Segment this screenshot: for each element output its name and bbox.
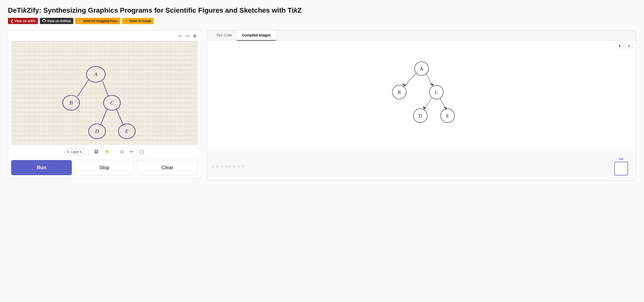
svg-text:E: E (446, 114, 449, 118)
svg-text:B: B (398, 90, 401, 95)
thumb-box[interactable] (614, 162, 628, 176)
thumb-label: 1st (614, 157, 628, 161)
download-icon: ⬇ (618, 44, 621, 48)
pen-button[interactable]: ✏ (129, 149, 134, 155)
image-import-button[interactable]: 🖼 (93, 149, 100, 155)
pres-btn-1[interactable]: ⊡ (211, 164, 214, 168)
layer-selector[interactable]: ⧉ Layer 1 (64, 148, 85, 155)
run-button[interactable]: Run (11, 160, 72, 175)
svg-text:C: C (110, 100, 114, 106)
sketch-canvas[interactable]: A B C D E (11, 41, 198, 145)
undo-button[interactable]: ↩ (178, 33, 183, 39)
svg-text:E: E (125, 128, 128, 134)
divider2 (115, 150, 115, 154)
svg-line-15 (116, 109, 123, 124)
svg-text:D: D (419, 114, 422, 118)
arxiv-icon: ❮ (10, 19, 14, 23)
right-panel: TikZ Code Compiled Images ⬇ ✕ (207, 30, 636, 180)
divider (89, 150, 89, 154)
sketch-svg: A B C D E (11, 41, 198, 145)
colab-badge[interactable]: Open in Colab (122, 18, 154, 24)
svg-marker-29 (430, 83, 434, 86)
compiled-tree-svg: A B C D E (382, 56, 461, 133)
close-icon: ✕ (628, 44, 630, 48)
canvas-toolbar: ↩ ↪ 🗑 (11, 33, 198, 39)
pres-btn-7[interactable]: ↻ (242, 164, 245, 168)
image-toolbar: ⬇ ✕ (207, 41, 636, 51)
compiled-svg-area: A B C D E (207, 51, 636, 146)
colab-icon (124, 19, 128, 23)
close-image-button[interactable]: ✕ (626, 42, 633, 49)
eraser-button[interactable]: ◯ (138, 149, 146, 155)
pres-btn-5[interactable]: ⊕ (233, 164, 236, 168)
action-buttons: Run Stop Clear (11, 160, 198, 175)
tabs-header: TikZ Code Compiled Images (207, 30, 636, 41)
github-label: View on GitHub (47, 19, 71, 23)
delete-button[interactable]: 🗑 (192, 33, 198, 39)
github-badge[interactable]: View on GitHub (40, 18, 73, 24)
svg-line-26 (404, 73, 416, 86)
clear-button[interactable]: Clear (137, 160, 198, 175)
thumbnail-item[interactable]: 1st (614, 157, 628, 176)
svg-line-14 (101, 109, 107, 124)
arxiv-label: View on arXiv (14, 19, 36, 23)
svg-text:A: A (420, 66, 423, 71)
badge-bar: ❮ View on arXiv View on GitHub 🤗 View on… (8, 18, 636, 24)
compiled-images-content: ⬇ ✕ A B (207, 41, 636, 180)
hugging-icon: 🤗 (78, 19, 82, 23)
svg-line-12 (77, 80, 88, 96)
download-image-button[interactable]: ⬇ (616, 42, 624, 49)
svg-text:B: B (69, 100, 72, 106)
page-title: DeTikZify: Synthesizing Graphics Program… (8, 6, 636, 15)
layers-icon: ⧉ (67, 150, 69, 154)
stop-button[interactable]: Stop (74, 160, 135, 175)
hugging-badge[interactable]: 🤗 View on Hugging Face (75, 18, 120, 24)
tab-tikz[interactable]: TikZ Code (211, 30, 237, 41)
pres-btn-3[interactable]: ⊳ (221, 164, 224, 168)
hugging-label: View on Hugging Face (83, 19, 118, 23)
redo-button[interactable]: ↪ (185, 33, 190, 39)
github-icon (42, 19, 46, 23)
colab-label: Open in Colab (129, 19, 151, 23)
main-layout: ↩ ↪ 🗑 A B C D E (8, 30, 636, 180)
pres-btn-2[interactable]: ⊙ (216, 164, 219, 168)
left-panel: ↩ ↪ 🗑 A B C D E (8, 30, 201, 178)
presentation-area: ⊡ ⊙ ⊳ ⊳⊳ ⊕ ↺ ↻ 1st (207, 152, 636, 180)
svg-marker-31 (423, 106, 426, 110)
bottom-toolbar: ⧉ Layer 1 🖼 📁 ⊡ ✏ ◯ (11, 148, 198, 156)
arxiv-badge[interactable]: ❮ View on arXiv (8, 18, 38, 24)
svg-line-13 (102, 81, 108, 96)
svg-text:C: C (435, 90, 438, 95)
tab-compiled[interactable]: Compiled Images (237, 30, 276, 41)
presentation-controls: ⊡ ⊙ ⊳ ⊳⊳ ⊕ ↺ ↻ (211, 164, 245, 168)
crop-button[interactable]: ⊡ (119, 149, 125, 155)
layer-label: Layer 1 (71, 150, 82, 154)
pres-btn-4[interactable]: ⊳⊳ (226, 164, 231, 168)
pres-btn-6[interactable]: ↺ (238, 164, 240, 168)
svg-text:D: D (95, 128, 99, 134)
thumbnail-area: 1st (610, 155, 632, 178)
compiled-images-area: ⬇ ✕ A B (207, 41, 636, 152)
svg-text:A: A (94, 71, 98, 77)
image-export-button[interactable]: 📁 (104, 149, 111, 155)
